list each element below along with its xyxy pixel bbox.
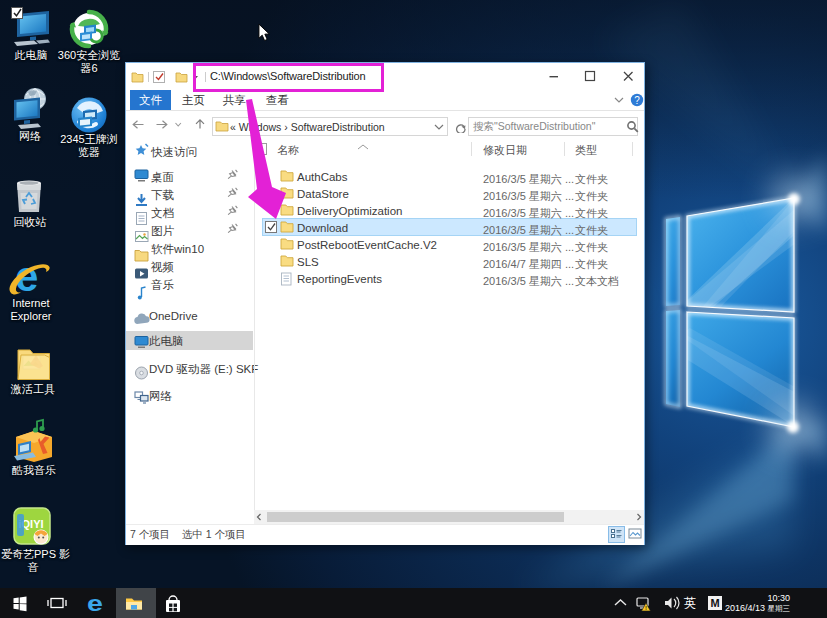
svg-text:e: e [87, 591, 103, 615]
svg-text:?: ? [634, 95, 640, 106]
svg-text:!: ! [645, 605, 647, 611]
